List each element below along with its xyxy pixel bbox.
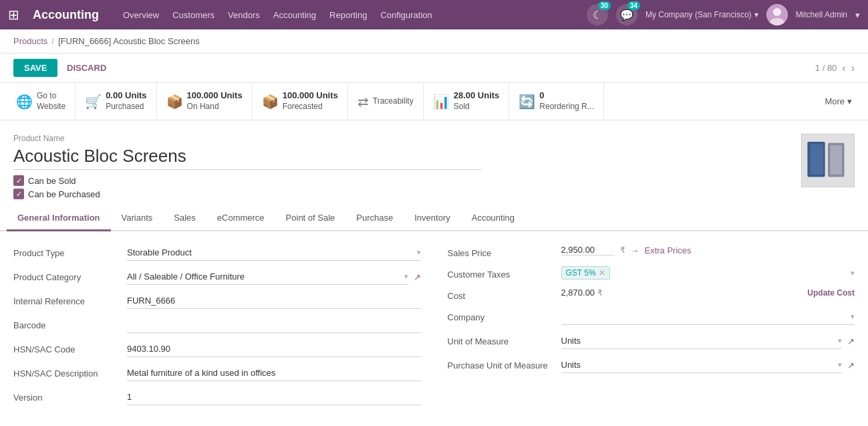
- product-type-chevron-icon: ▾: [417, 248, 421, 257]
- product-type-select-wrap: Storable Product Consumable Service ▾: [127, 245, 421, 261]
- company-row: Company ▾: [448, 309, 855, 325]
- form-content: Product Type Storable Product Consumable…: [0, 231, 868, 426]
- stat-sold[interactable]: 📊 28.00 Units Sold: [424, 83, 510, 120]
- hsn-desc-field: [127, 365, 421, 381]
- top-nav: ⊞ Accounting Overview Customers Vendors …: [0, 0, 868, 29]
- stat-traceability[interactable]: ⇄ Traceability: [348, 83, 424, 120]
- product-header: Product Name Acoustic Bloc Screens ✓ Can…: [0, 120, 868, 206]
- nav-configuration[interactable]: Configuration: [380, 10, 432, 20]
- product-type-label: Product Type: [13, 245, 120, 258]
- stat-sold-value: 28.00 Units: [454, 90, 500, 102]
- svg-rect-4: [811, 144, 823, 175]
- uom-row: Unit of Measure Units ▾ ↗: [448, 333, 855, 349]
- action-bar: SAVE DISCARD 1 / 80 ‹ ›: [0, 54, 868, 83]
- update-cost-button[interactable]: Update Cost: [807, 288, 855, 298]
- sales-price-row: Sales Price 2,950.00 ₹ → Extra Prices: [448, 245, 855, 258]
- uom-select[interactable]: Units: [561, 333, 836, 348]
- hsn-desc-input[interactable]: [127, 365, 421, 381]
- tab-purchase[interactable]: Purchase: [345, 206, 404, 231]
- user-avatar[interactable]: [766, 4, 788, 25]
- tab-sales[interactable]: Sales: [163, 206, 206, 231]
- product-category-select[interactable]: All / Saleable / Office Furniture: [127, 269, 402, 284]
- nav-overview[interactable]: Overview: [123, 10, 159, 20]
- cost-amount: 2,870.00: [561, 288, 595, 298]
- stat-onhand[interactable]: 📦 100.000 Units On Hand: [157, 83, 253, 120]
- breadcrumb-parent[interactable]: Products: [13, 36, 47, 46]
- can-be-purchased-checkbox[interactable]: ✓: [13, 189, 24, 199]
- stat-forecasted[interactable]: 📦 100.000 Units Forecasted: [253, 83, 348, 120]
- extra-prices-link[interactable]: Extra Prices: [645, 245, 692, 255]
- nav-vendors[interactable]: Vendors: [228, 10, 260, 20]
- stat-onhand-value: 100.000 Units: [187, 90, 243, 102]
- product-category-external-link-icon[interactable]: ↗: [414, 272, 421, 282]
- gst-tax-remove-icon[interactable]: ✕: [599, 268, 605, 278]
- can-be-sold-checkbox[interactable]: ✓: [13, 175, 24, 186]
- company-select[interactable]: [561, 309, 849, 324]
- nav-links: Overview Customers Vendors Accounting Re…: [123, 10, 576, 20]
- uom-external-link-icon[interactable]: ↗: [847, 336, 855, 346]
- product-image: [801, 134, 855, 187]
- gst-tax-label: GST 5%: [566, 268, 596, 278]
- form-right: Sales Price 2,950.00 ₹ → Extra Prices Cu…: [448, 245, 855, 413]
- stat-purchased-label: Purchased: [106, 102, 144, 111]
- tab-accounting[interactable]: Accounting: [461, 206, 525, 231]
- gst-tax-badge[interactable]: GST 5% ✕: [561, 266, 610, 280]
- tasks-button[interactable]: ☾ 30: [587, 4, 608, 25]
- discard-button[interactable]: DISCARD: [67, 63, 106, 73]
- tab-general-information[interactable]: General Information: [7, 206, 111, 231]
- stat-purchased-value: 0.00 Units: [106, 90, 146, 102]
- internal-reference-row: Internal Reference: [13, 293, 421, 309]
- more-button[interactable]: More ▾: [815, 96, 861, 106]
- company-field: ▾: [561, 309, 855, 325]
- hsn-code-input[interactable]: [127, 341, 421, 357]
- product-title[interactable]: Acoustic Bloc Screens: [13, 146, 481, 170]
- website-icon: 🌐: [16, 94, 33, 110]
- product-category-row: Product Category All / Saleable / Office…: [13, 269, 421, 285]
- sold-icon: 📊: [433, 94, 450, 110]
- nav-reporting[interactable]: Reporting: [329, 10, 367, 20]
- sales-price-label: Sales Price: [448, 245, 555, 258]
- sales-price-field: 2,950.00 ₹ → Extra Prices: [561, 245, 855, 255]
- purchase-uom-row: Purchase Unit of Measure Units ▾ ↗: [448, 357, 855, 373]
- tab-point-of-sale[interactable]: Point of Sale: [275, 206, 346, 231]
- tab-ecommerce[interactable]: eCommerce: [206, 206, 275, 231]
- tab-variants[interactable]: Variants: [111, 206, 164, 231]
- product-type-select[interactable]: Storable Product Consumable Service: [127, 245, 414, 260]
- forecasted-icon: 📦: [262, 94, 279, 110]
- tab-inventory[interactable]: Inventory: [404, 206, 460, 231]
- cost-currency: ₹: [597, 288, 603, 298]
- purchase-uom-label: Purchase Unit of Measure: [448, 357, 555, 370]
- hsn-desc-row: HSN/SAC Description: [13, 365, 421, 381]
- pagination-text: 1 / 80: [815, 63, 837, 73]
- stat-reordering[interactable]: 🔄 0 Reordering R...: [509, 83, 603, 120]
- company-selector[interactable]: My Company (San Francisco) ▾: [645, 10, 758, 19]
- company-chevron-icon: ▾: [754, 10, 758, 19]
- cost-value: 2,870.00 ₹: [561, 288, 603, 298]
- barcode-input[interactable]: [127, 317, 421, 333]
- hsn-desc-label: HSN/SAC Description: [13, 365, 120, 379]
- messages-button[interactable]: 💬 34: [616, 4, 637, 25]
- sales-price-currency: ₹: [620, 245, 625, 255]
- stat-website[interactable]: 🌐 Go toWebsite: [7, 83, 76, 120]
- internal-reference-input[interactable]: [127, 293, 421, 309]
- traceability-icon: ⇄: [357, 94, 369, 110]
- version-row: Version: [13, 389, 421, 405]
- prev-page-button[interactable]: ‹: [842, 62, 845, 74]
- nav-accounting[interactable]: Accounting: [273, 10, 316, 20]
- more-label: More: [825, 96, 845, 106]
- nav-customers[interactable]: Customers: [172, 10, 214, 20]
- action-buttons: SAVE DISCARD: [13, 59, 106, 77]
- stat-purchased[interactable]: 🛒 0.00 Units Purchased: [76, 83, 156, 120]
- stat-sold-label: Sold: [454, 102, 470, 111]
- breadcrumb-current: [FURN_6666] Acoustic Bloc Screens: [58, 36, 200, 46]
- version-label: Version: [13, 389, 120, 403]
- purchase-uom-select[interactable]: Units: [561, 357, 836, 372]
- app-grid-icon[interactable]: ⊞: [8, 7, 19, 23]
- barcode-field: [127, 317, 421, 333]
- sales-price-value[interactable]: 2,950.00: [561, 245, 615, 255]
- save-button[interactable]: SAVE: [13, 59, 57, 77]
- purchase-uom-external-link-icon[interactable]: ↗: [847, 360, 855, 370]
- version-input[interactable]: [127, 389, 421, 405]
- barcode-label: Barcode: [13, 317, 120, 330]
- next-page-button[interactable]: ›: [851, 62, 855, 74]
